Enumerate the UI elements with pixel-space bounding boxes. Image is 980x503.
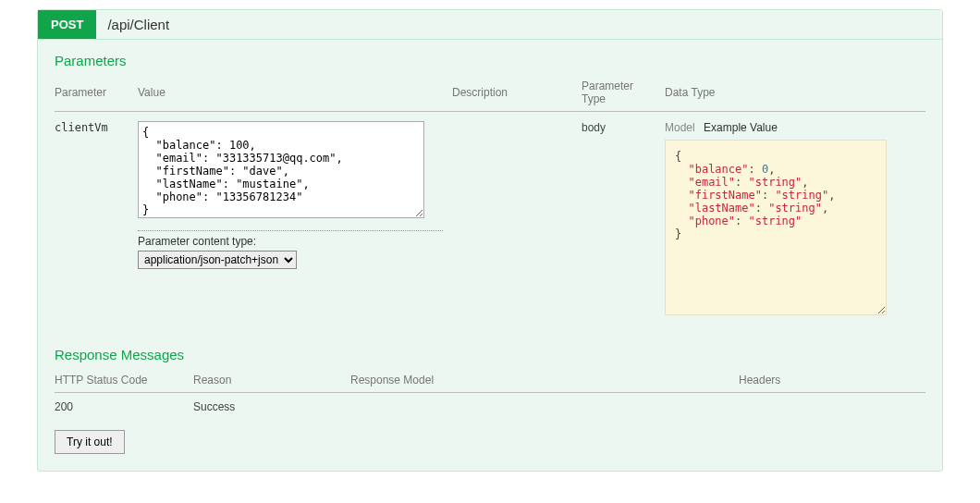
- response-title: Response Messages: [55, 347, 925, 362]
- col-reason: Reason: [193, 368, 350, 393]
- parameter-value-cell: Parameter content type: application/json…: [138, 112, 452, 325]
- content-type-select[interactable]: application/json-patch+json: [138, 251, 297, 269]
- operation-body: Parameters Parameter Value Description P…: [38, 40, 942, 471]
- col-status-code: HTTP Status Code: [55, 368, 193, 393]
- parameter-name: clientVm: [55, 112, 138, 325]
- operation-header[interactable]: POST /api/Client: [38, 10, 942, 40]
- col-parameter-type: Parameter Type: [582, 74, 665, 112]
- responses-table: HTTP Status Code Reason Response Model H…: [55, 368, 925, 421]
- parameter-type: body: [582, 112, 665, 325]
- response-model: [350, 393, 739, 422]
- try-it-out-button[interactable]: Try it out!: [55, 430, 125, 454]
- col-response-model: Response Model: [350, 368, 739, 393]
- col-value: Value: [138, 74, 452, 112]
- response-section: Response Messages HTTP Status Code Reaso…: [55, 347, 925, 454]
- col-parameter: Parameter: [55, 74, 138, 112]
- example-value-box[interactable]: { "balance": 0, "email": "string", "firs…: [665, 140, 887, 315]
- endpoint-path: /api/Client: [107, 17, 169, 32]
- http-method-badge: POST: [38, 10, 96, 39]
- model-tab[interactable]: Model: [665, 121, 695, 134]
- parameters-table: Parameter Value Description Parameter Ty…: [55, 74, 925, 325]
- response-row: 200 Success: [55, 393, 925, 422]
- response-reason: Success: [193, 393, 350, 422]
- parameter-value-input[interactable]: [138, 121, 424, 218]
- response-headers: [739, 393, 925, 422]
- content-type-label: Parameter content type:: [138, 230, 443, 248]
- parameter-datatype: Model Example Value { "balance": 0, "ema…: [665, 112, 925, 325]
- operation-container: POST /api/Client Parameters Parameter Va…: [37, 9, 943, 472]
- parameters-title: Parameters: [55, 53, 925, 68]
- example-value-tab[interactable]: Example Value: [704, 121, 778, 134]
- col-headers: Headers: [739, 368, 925, 393]
- parameter-description: [452, 112, 582, 325]
- col-description: Description: [452, 74, 582, 112]
- response-code: 200: [55, 393, 193, 422]
- parameter-row: clientVm Parameter content type: applica…: [55, 112, 925, 325]
- col-data-type: Data Type: [665, 74, 925, 112]
- datatype-tabs: Model Example Value: [665, 121, 916, 134]
